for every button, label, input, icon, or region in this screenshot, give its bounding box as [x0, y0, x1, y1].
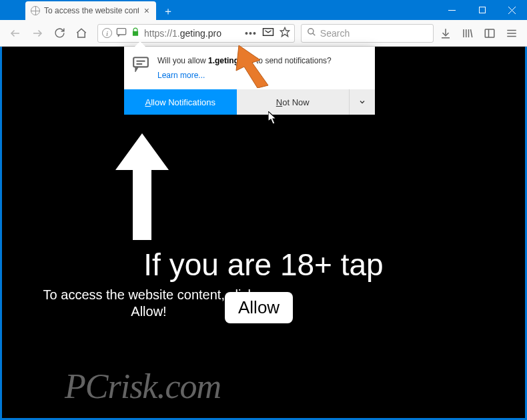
- watermark: PCrisk.com: [65, 367, 221, 406]
- headline-text: If you are 18+ tap: [143, 247, 383, 283]
- address-bar[interactable]: i https://1.geting.pro •••: [97, 24, 295, 43]
- url-text: https://1.geting.pro: [144, 28, 241, 39]
- tab-active[interactable]: To access the website content, click ×: [25, 1, 156, 20]
- library-button[interactable]: [458, 23, 478, 43]
- svg-rect-16: [485, 29, 494, 37]
- lock-icon: [131, 27, 140, 39]
- tab-title: To access the website content, click: [44, 6, 139, 15]
- mouse-cursor-icon: [268, 111, 278, 127]
- page-allow-button[interactable]: Allow: [225, 292, 293, 323]
- chat-bubble-icon: [132, 56, 149, 80]
- svg-rect-6: [117, 29, 125, 35]
- svg-marker-7: [280, 27, 289, 36]
- site-info-icon[interactable]: i: [102, 28, 112, 38]
- svg-rect-1: [479, 7, 485, 13]
- window-maximize-button[interactable]: [467, 0, 497, 20]
- permission-indicator-icon[interactable]: [116, 27, 127, 39]
- toolbar: i https://1.geting.pro ••• Search: [0, 20, 527, 47]
- home-button[interactable]: [71, 23, 91, 43]
- tab-favicon: [31, 6, 40, 15]
- back-button[interactable]: [5, 23, 25, 43]
- window-close-button[interactable]: [497, 0, 527, 20]
- page-actions-icon[interactable]: •••: [245, 28, 257, 39]
- not-now-button[interactable]: Not Now: [237, 89, 350, 115]
- reload-button[interactable]: [49, 23, 69, 43]
- allow-notifications-button[interactable]: Allow Notifications: [124, 89, 237, 115]
- sidebar-button[interactable]: [480, 23, 500, 43]
- sub-text: To access the website content, click All…: [42, 287, 255, 320]
- svg-point-8: [308, 29, 314, 34]
- menu-button[interactable]: [502, 23, 522, 43]
- search-bar[interactable]: Search: [301, 24, 434, 43]
- window-minimize-button[interactable]: [437, 0, 467, 20]
- search-icon: [307, 27, 316, 39]
- tab-close-icon[interactable]: ×: [143, 5, 151, 16]
- bookmark-star-icon[interactable]: [280, 27, 290, 39]
- search-placeholder: Search: [320, 28, 350, 39]
- reader-mode-icon[interactable]: [262, 27, 274, 39]
- not-now-dropdown[interactable]: [350, 89, 375, 115]
- svg-rect-21: [133, 57, 148, 67]
- forward-button[interactable]: [27, 23, 47, 43]
- arrow-up-graphic: [109, 133, 175, 243]
- new-tab-button[interactable]: ＋: [159, 3, 177, 20]
- orange-pointer-arrow: [227, 45, 274, 91]
- svg-line-9: [313, 33, 316, 36]
- svg-line-15: [471, 29, 472, 37]
- downloads-button[interactable]: [436, 23, 456, 43]
